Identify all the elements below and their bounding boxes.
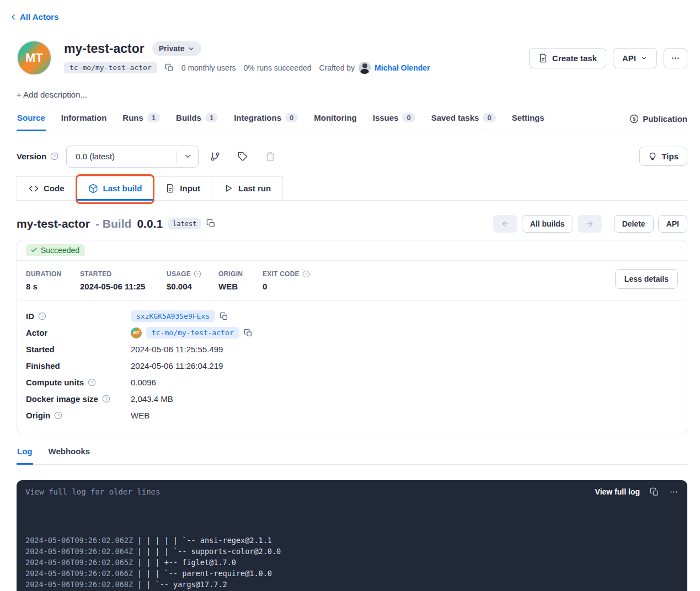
play-icon [224, 184, 233, 193]
main-tab-label: Issues [373, 113, 399, 122]
build-separator: - Build [95, 217, 131, 230]
create-task-button[interactable]: Create task [529, 48, 606, 68]
stat-started-value: 2024-05-06 11:25 [80, 282, 167, 291]
copy-handle-button[interactable] [165, 63, 174, 72]
main-tab-count: 0 [402, 113, 415, 122]
detail-row-id: ID ? sxzKGK5A93Se9FExs [26, 308, 678, 325]
detail-row-finished: Finished 2024-05-06 11:26:04.219 [26, 358, 678, 374]
tab-code[interactable]: Code [17, 176, 76, 200]
main-tab[interactable]: Issues 0 [372, 111, 416, 131]
detail-started-label: Started [26, 345, 131, 354]
log-timestamp: 2024-05-06T09:26:02.066Z [25, 569, 133, 578]
docker-size-help-icon[interactable]: ? [102, 395, 110, 403]
actor-header: MT my-test-actor Private tc-mo/my-test-a… [17, 40, 687, 76]
tab-input[interactable]: Input [153, 176, 212, 200]
trash-icon [265, 152, 275, 162]
ellipsis-icon [671, 53, 680, 63]
log-tab[interactable]: Log [17, 444, 33, 465]
stat-duration: DURATION 8 s [26, 267, 80, 291]
version-help-icon[interactable]: ? [50, 152, 58, 160]
log-text: | | | `-- parent-require@1.0.0 [137, 569, 272, 578]
id-help-icon[interactable]: ? [38, 312, 46, 320]
copy-icon [165, 63, 174, 72]
delete-version-button[interactable] [259, 146, 281, 168]
exit-code-help-icon[interactable]: ? [302, 270, 310, 278]
main-tab-count: 0 [285, 113, 298, 122]
log-more-button[interactable] [669, 487, 678, 497]
tab-publication[interactable]: $ Publication [629, 114, 687, 131]
stat-duration-label: DURATION [26, 270, 61, 278]
actor-link-badge[interactable]: tc-mo/my-test-actor [146, 327, 239, 339]
main-tab[interactable]: Settings [511, 111, 545, 131]
detail-row-compute-units: Compute units ? 0.0096 [26, 374, 678, 391]
build-actions: All builds Delete API [493, 215, 687, 233]
view-older-lines-link[interactable]: View full log for older lines [25, 487, 160, 496]
source-subtabs: Code Last build Input Last run [17, 176, 687, 201]
tab-last-run[interactable]: Last run [212, 176, 283, 200]
detail-actor-label: Actor [26, 328, 131, 337]
delete-build-button[interactable]: Delete [614, 215, 654, 233]
main-tab[interactable]: Saved tasks 0 [431, 111, 496, 131]
log-text: | | `-- yargs@17.7.2 [137, 580, 227, 589]
visibility-dropdown[interactable]: Private [152, 41, 202, 56]
build-api-button[interactable]: API [658, 215, 687, 233]
stat-usage-label: USAGE [167, 270, 191, 278]
api-dropdown-button[interactable]: API [613, 48, 657, 68]
main-tab[interactable]: Runs 1 [122, 111, 161, 131]
status-label: Succeeded [41, 246, 79, 255]
all-builds-button[interactable]: All builds [522, 215, 573, 233]
actor-handle-badge: tc-mo/my-test-actor [64, 62, 157, 73]
origin-help-icon[interactable]: ? [54, 411, 62, 420]
main-tab-label: Settings [512, 113, 544, 122]
git-branch-button[interactable] [204, 146, 226, 168]
main-tab-label: Runs [122, 113, 143, 122]
add-description-button[interactable]: + Add description... [17, 90, 87, 99]
main-tab-count: 1 [147, 113, 160, 122]
tips-button[interactable]: Tips [639, 147, 687, 166]
document-icon [165, 184, 175, 193]
main-tab[interactable]: Builds 1 [175, 111, 218, 131]
compute-units-help-icon[interactable]: ? [88, 378, 96, 386]
copy-actor-button[interactable] [244, 329, 253, 337]
breadcrumb-all-actors[interactable]: All Actors [9, 12, 58, 22]
detail-row-started: Started 2024-05-06 11:25:55.499 [26, 341, 678, 358]
copy-build-button[interactable] [206, 219, 216, 228]
next-build-button[interactable] [578, 215, 602, 233]
log-tab[interactable]: Webhooks [48, 444, 91, 465]
main-tab[interactable]: Integrations 0 [233, 111, 298, 131]
publication-label: Publication [643, 114, 687, 123]
detail-row-origin: Origin ? WEB [26, 407, 678, 424]
monthly-users-stat: 0 monthly users [181, 63, 236, 72]
copy-log-button[interactable] [650, 487, 659, 497]
version-select-value: 0.0 (latest) [67, 152, 177, 161]
tab-last-build[interactable]: Last build [76, 176, 154, 200]
tag-button[interactable] [232, 146, 254, 168]
check-icon [30, 246, 38, 254]
detail-finished-value: 2024-05-06 11:26:04.219 [131, 361, 223, 370]
view-full-log-button[interactable]: View full log [595, 487, 640, 496]
stat-duration-value: 8 s [26, 282, 80, 291]
crafted-by-label: Crafted by [319, 63, 355, 72]
author-link[interactable]: Michał Olender [375, 63, 430, 72]
copy-id-button[interactable] [220, 312, 228, 321]
more-actions-button[interactable] [664, 48, 687, 68]
version-label-group: Version ? [17, 152, 58, 161]
detail-origin-value: WEB [131, 411, 149, 420]
log-line: 2024-05-06T09:26:02.066Z| | | `-- parent… [25, 568, 678, 579]
main-tab[interactable]: Monitoring [313, 111, 357, 131]
svg-text:?: ? [105, 397, 108, 402]
usage-help-icon[interactable]: ? [194, 270, 201, 278]
less-details-button[interactable]: Less details [615, 269, 678, 289]
version-select[interactable]: 0.0 (latest) [66, 146, 199, 168]
arrow-left-icon [501, 219, 510, 228]
main-tab-label: Monitoring [314, 113, 356, 122]
svg-text:?: ? [53, 154, 56, 159]
svg-text:?: ? [57, 413, 60, 418]
main-tab[interactable]: Source [17, 111, 46, 131]
main-tab[interactable]: Information [61, 111, 108, 131]
version-tools [204, 146, 281, 168]
arrow-right-icon [585, 219, 594, 228]
chevron-left-icon [9, 13, 18, 22]
previous-build-button[interactable] [493, 215, 517, 233]
main-tab-label: Information [61, 113, 107, 122]
